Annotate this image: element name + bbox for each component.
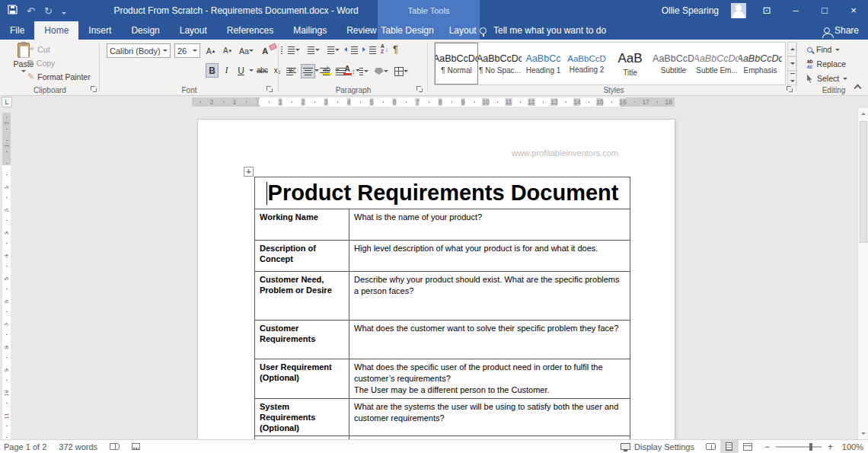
table-move-handle[interactable]: + — [244, 167, 254, 177]
paste-dropdown-icon[interactable] — [21, 70, 26, 72]
style-normal[interactable]: AaBbCcDc ¶ Normal — [435, 43, 478, 85]
table-row[interactable]: Working Name What is the name of your pr… — [255, 209, 630, 241]
print-layout-button[interactable] — [720, 440, 739, 453]
ribbon-display-options-icon[interactable]: ⊡ — [758, 0, 775, 21]
redo-icon[interactable]: ↻ — [44, 6, 53, 16]
grow-font-button[interactable]: A▴ — [204, 43, 217, 58]
underline-dropdown-icon[interactable] — [249, 69, 254, 72]
row-desc[interactable]: High level description of what your prod… — [349, 241, 630, 272]
select-button[interactable]: Select — [807, 74, 847, 83]
decrease-indent-button[interactable] — [344, 46, 358, 54]
tab-stop-selector[interactable]: L — [2, 97, 12, 107]
find-button[interactable]: Find — [807, 45, 847, 54]
scroll-down-icon[interactable] — [859, 429, 868, 439]
macro-icon[interactable] — [132, 443, 140, 450]
zoom-slider[interactable] — [776, 446, 822, 448]
styles-dialog-launcher-icon[interactable] — [786, 85, 793, 93]
row-label[interactable]: User Requirement (Optional) — [255, 359, 349, 399]
document-page[interactable]: www.profitableinventors.com + Product Re… — [198, 120, 675, 439]
display-settings-button[interactable]: Display Settings — [621, 442, 694, 451]
user-avatar[interactable] — [731, 3, 746, 18]
underline-button[interactable]: U — [235, 63, 247, 78]
strikethrough-button[interactable]: abc — [255, 63, 270, 78]
proofing-icon[interactable] — [110, 443, 120, 450]
replace-button[interactable]: abac Replace — [807, 59, 847, 69]
style-title[interactable]: AaB Title — [608, 43, 652, 85]
table-row[interactable]: Customer Requirements What does the cust… — [255, 321, 630, 359]
word-count[interactable]: 372 words — [59, 442, 97, 451]
align-center-button[interactable] — [301, 64, 315, 78]
bullets-button[interactable] — [285, 46, 300, 54]
style-no-spacing[interactable]: AaBbCcDc ¶ No Spac... — [478, 43, 522, 85]
format-painter-button[interactable]: ✎ Format Painter — [27, 72, 91, 81]
scrollbar-thumb[interactable] — [860, 121, 867, 243]
font-dialog-launcher-icon[interactable] — [266, 85, 273, 93]
paragraph-dialog-launcher-icon[interactable] — [416, 85, 423, 93]
row-desc[interactable]: What are the systems the user will be us… — [349, 399, 630, 436]
row-desc[interactable]: What is the name of your product? — [349, 209, 630, 241]
italic-button[interactable]: I — [220, 63, 233, 78]
sort-button[interactable]: AZ ↓ — [381, 44, 388, 55]
row-desc[interactable]: What does the customer want to solve the… — [349, 321, 630, 359]
align-left-button[interactable] — [285, 64, 298, 78]
scroll-up-icon[interactable] — [859, 109, 868, 119]
user-name[interactable]: Ollie Spearing — [662, 5, 719, 16]
style-heading-2[interactable]: AaBbCcD Heading 2 — [565, 43, 608, 85]
line-spacing-button[interactable]: ↕ — [350, 64, 370, 78]
qat-customize-icon[interactable] — [62, 4, 66, 18]
web-layout-button[interactable] — [739, 440, 757, 453]
share-button[interactable]: Share — [824, 21, 859, 40]
tab-design[interactable]: Design — [121, 21, 169, 40]
shrink-font-button[interactable]: A▾ — [221, 43, 234, 58]
h-ruler[interactable]: 21123456789101112131415161718 — [192, 97, 675, 107]
align-right-button[interactable] — [318, 64, 331, 78]
numbering-button[interactable] — [305, 46, 320, 54]
page-indicator[interactable]: Page 1 of 2 — [4, 442, 46, 451]
borders-button[interactable] — [393, 64, 410, 78]
first-line-indent-marker[interactable] — [254, 97, 260, 101]
shading-button[interactable] — [373, 64, 390, 78]
find-dropdown-icon[interactable] — [835, 49, 840, 51]
copy-button[interactable]: ⧉ Copy — [27, 58, 91, 68]
read-mode-button[interactable] — [702, 440, 720, 453]
font-name-dropdown-icon[interactable] — [163, 49, 168, 52]
table-row[interactable]: Customer Need, Problem or Desire Describ… — [255, 272, 630, 321]
close-button[interactable]: × — [845, 0, 862, 21]
style-subtitle[interactable]: AaBbCcD Subtitle — [652, 43, 695, 85]
change-case-button[interactable]: Aa — [238, 43, 255, 58]
tab-mailings[interactable]: Mailings — [283, 21, 337, 40]
tab-insert[interactable]: Insert — [78, 21, 121, 40]
row-label[interactable]: Working Name — [255, 209, 349, 241]
font-size-dropdown-icon[interactable] — [193, 49, 197, 52]
font-name-combo[interactable]: Calibri (Body) — [107, 43, 171, 58]
tab-file[interactable]: File — [0, 21, 34, 40]
tell-me-box[interactable]: Tell me what you want to do — [480, 21, 606, 40]
vertical-scrollbar[interactable] — [857, 108, 868, 439]
table-row[interactable]: User Requirement (Optional) What does th… — [255, 359, 630, 399]
maximize-button[interactable]: □ — [816, 0, 833, 21]
clear-formatting-button[interactable]: A — [259, 43, 272, 58]
zoom-level[interactable]: 100% — [839, 442, 863, 451]
bold-button[interactable]: B — [206, 63, 219, 78]
style-subtle-emphasis[interactable]: AaBbCcDd Subtle Em... — [695, 43, 739, 85]
select-dropdown-icon[interactable] — [843, 78, 847, 80]
table-row[interactable]: System Requirements (Optional) What are … — [255, 399, 630, 436]
style-emphasis[interactable]: AaBbCcDd Emphasis — [739, 43, 782, 85]
increase-indent-button[interactable] — [362, 46, 376, 54]
style-heading-1[interactable]: AaBbCc Heading 1 — [522, 43, 565, 85]
row-label[interactable]: System Requirements (Optional) — [255, 399, 349, 436]
v-ruler[interactable]: 211234567891011 — [2, 113, 11, 439]
table-title-row[interactable]: Product Requirements Document — [255, 177, 630, 209]
tab-table-layout[interactable]: Layout — [442, 21, 484, 40]
zoom-in-icon[interactable]: + — [828, 442, 833, 452]
requirements-table[interactable]: Product Requirements Document Working Na… — [254, 177, 630, 439]
zoom-out-icon[interactable]: − — [764, 442, 770, 452]
row-desc[interactable]: What does the specific user of the produ… — [349, 359, 630, 399]
tab-home[interactable]: Home — [34, 21, 78, 40]
table-row[interactable]: Description of Concept High level descri… — [255, 241, 630, 272]
multilevel-list-button[interactable] — [324, 46, 340, 54]
tab-table-design[interactable]: Table Design — [373, 21, 441, 40]
zoom-slider-thumb[interactable] — [809, 443, 812, 451]
save-icon[interactable] — [8, 4, 18, 18]
right-indent-marker[interactable] — [620, 103, 626, 107]
